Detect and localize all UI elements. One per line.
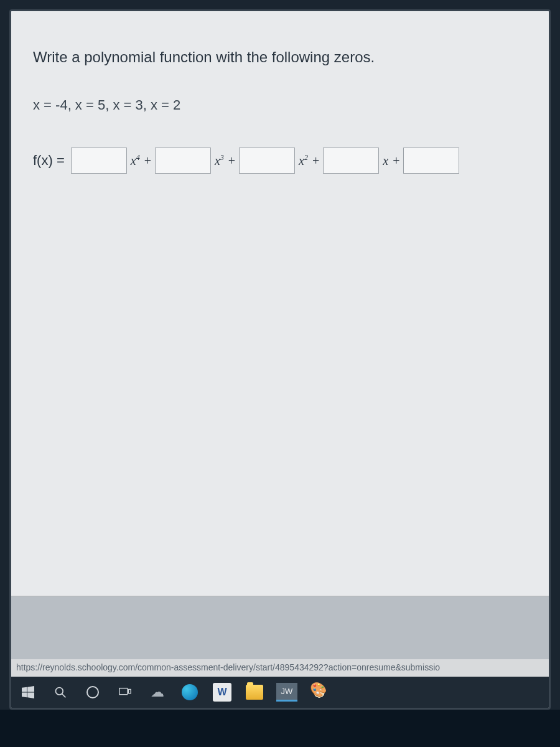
file-explorer-button[interactable] [244, 682, 265, 703]
svg-rect-3 [129, 689, 131, 693]
term-x4: x4 + [131, 153, 151, 168]
folder-icon [246, 685, 263, 700]
taskview-icon [118, 685, 132, 699]
function-input-row: f(x) = x4 + x3 + x2 + x + [33, 148, 527, 174]
search-button[interactable] [50, 682, 71, 703]
svg-rect-2 [119, 688, 128, 695]
svg-line-1 [62, 694, 66, 698]
term-x1: x + [383, 154, 399, 168]
windows-icon [22, 686, 34, 698]
question-panel: Write a polynomial function with the fol… [11, 11, 549, 596]
question-title: Write a polynomial function with the fol… [33, 49, 527, 66]
coefficient-constant-input[interactable] [403, 148, 459, 174]
jw-icon: JW [276, 683, 297, 702]
edge-icon [182, 684, 198, 700]
search-icon [54, 686, 67, 698]
paint-button[interactable] [309, 682, 330, 703]
jw-app-button[interactable]: JW [276, 682, 297, 703]
weather-button[interactable]: ☁ [147, 682, 168, 703]
taskbar: ☁ W JW [11, 677, 549, 708]
cortana-icon [86, 686, 99, 698]
status-url: https://reynolds.schoology.com/common-as… [11, 659, 549, 677]
zeros-list: x = -4, x = 5, x = 3, x = 2 [33, 97, 527, 113]
taskview-button[interactable] [114, 682, 136, 703]
start-button[interactable] [17, 682, 39, 703]
term-x2: x2 + [299, 153, 319, 168]
coefficient-x3-input[interactable] [155, 148, 211, 174]
coefficient-x2-input[interactable] [239, 148, 295, 174]
cortana-button[interactable] [82, 682, 103, 703]
word-button[interactable]: W [212, 682, 233, 703]
coefficient-x4-input[interactable] [71, 148, 127, 174]
screen-content: Write a polynomial function with the fol… [9, 9, 551, 710]
svg-point-0 [56, 688, 63, 695]
paint-icon [310, 683, 329, 702]
function-label: f(x) = [33, 153, 65, 169]
coefficient-x1-input[interactable] [323, 148, 379, 174]
word-icon: W [213, 683, 231, 702]
edge-button[interactable] [179, 682, 200, 703]
cloud-icon: ☁ [151, 684, 164, 700]
term-x3: x3 + [215, 153, 235, 168]
